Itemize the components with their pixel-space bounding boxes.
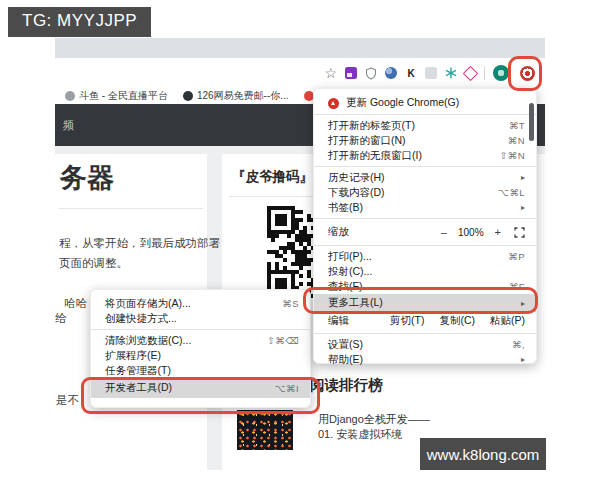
disabled-extension-icon[interactable] xyxy=(425,67,437,79)
browser-toolbar: ☆ K xyxy=(55,58,545,88)
menu-item-more-tools[interactable]: 更多工具(L) ▸ xyxy=(314,294,536,312)
menu-shortcut: ⌘, xyxy=(512,339,525,350)
menu-shortcut: ⌘S xyxy=(282,298,299,309)
screenshot-root: TG: MYYJJPP ☆ K 斗鱼 - 全民直播平台 xyxy=(0,0,600,480)
article-text-line: 程，从零开始，到最后成功部署 xyxy=(59,236,220,251)
menu-item-zoom: 缩放 – 100% + xyxy=(314,222,536,242)
menu-item-help[interactable]: 帮助(E) ▸ xyxy=(314,352,536,367)
menu-item-settings[interactable]: 设置(S) ⌘, xyxy=(314,337,536,352)
menu-separator xyxy=(314,114,536,115)
menu-item-label: 打印(P)... xyxy=(328,250,372,264)
menu-item-new-tab[interactable]: 打开新的标签页(T) ⌘T xyxy=(314,118,536,133)
menu-item-label: 打开新的无痕窗口(I) xyxy=(328,149,422,163)
article-heading-fragment: 务器 xyxy=(60,160,114,196)
toolbar-divider xyxy=(484,66,485,80)
chrome-menu: 更新 Google Chrome(G) 打开新的标签页(T) ⌘T 打开新的窗口… xyxy=(313,88,537,364)
menu-shortcut: ⇧⌘N xyxy=(499,150,525,161)
menu-item-label: 打开新的窗口(N) xyxy=(328,134,406,148)
bookmark-item-126mail[interactable]: 126网易免费邮--你... xyxy=(183,89,289,103)
snowflake-extension-icon[interactable] xyxy=(445,67,457,79)
submenu-item-extensions[interactable]: 扩展程序(E) xyxy=(91,348,310,363)
menu-item-bookmarks[interactable]: 书签(B) ▸ xyxy=(314,200,536,215)
menu-shortcut: ⌥⌘I xyxy=(275,383,299,394)
tab-strip xyxy=(55,38,545,58)
menu-item-label: 历史记录(H) xyxy=(328,171,385,185)
menu-item-update-chrome[interactable]: 更新 Google Chrome(G) xyxy=(314,95,536,111)
menu-item-label: 下载内容(D) xyxy=(328,186,385,200)
ranking-item-link[interactable]: 用Django全栈开发——01. 安装虚拟环境 xyxy=(318,412,436,442)
article-thumbnail[interactable] xyxy=(237,410,293,450)
diamond-extension-icon[interactable] xyxy=(463,65,479,81)
menu-item-edit: 编辑 剪切(T) 复制(C) 粘贴(P) xyxy=(314,312,536,330)
menu-item-print[interactable]: 打印(P)... ⌘P xyxy=(314,249,536,264)
article-text-fragment: 给 xyxy=(55,311,67,326)
douyu-favicon xyxy=(65,91,75,101)
menu-item-label: 书签(B) xyxy=(328,201,363,215)
menu-shortcut: ⌘T xyxy=(509,120,525,131)
submenu-arrow-icon: ▸ xyxy=(521,173,525,182)
menu-item-label: 设置(S) xyxy=(328,338,363,352)
site-watermark: www.k8long.com xyxy=(420,438,546,470)
tg-watermark: TG: MYYJJPP xyxy=(8,7,151,37)
more-tools-submenu: 将页面存储为(A)... ⌘S 创建快捷方式... 清除浏览数据(C)... ⇧… xyxy=(90,289,311,408)
menu-scrollbar[interactable] xyxy=(529,103,534,141)
menu-item-label: 任务管理器(T) xyxy=(105,364,171,378)
submenu-arrow-icon: ▸ xyxy=(521,203,525,212)
menu-item-label: 帮助(E) xyxy=(328,353,363,367)
menu-item-label: 开发者工具(D) xyxy=(105,381,172,395)
sidebar-panel-title: 『皮爷撸码』 xyxy=(232,168,313,186)
menu-item-label: 清除浏览数据(C)... xyxy=(105,334,191,348)
blue-circle-extension-icon[interactable] xyxy=(385,67,397,79)
zoom-level-value: 100% xyxy=(458,227,484,238)
submenu-arrow-icon: ▸ xyxy=(521,355,525,364)
menu-item-label: 投射(C)... xyxy=(328,265,372,279)
menu-item-label: 查找(F)... xyxy=(328,280,371,294)
menu-item-label: 缩放 xyxy=(328,225,349,239)
paste-button[interactable]: 粘贴(P) xyxy=(490,314,525,328)
update-available-icon xyxy=(520,66,535,81)
zoom-out-button[interactable]: – xyxy=(441,226,447,238)
menu-item-new-window[interactable]: 打开新的窗口(N) ⌘N xyxy=(314,133,536,148)
article-text-fragment: 是不 xyxy=(56,393,79,408)
menu-item-history[interactable]: 历史记录(H) ▸ xyxy=(314,170,536,185)
menu-item-label: 更多工具(L) xyxy=(328,296,383,310)
cut-button[interactable]: 剪切(T) xyxy=(390,314,424,328)
article-text-line: 页面的调整。 xyxy=(59,256,128,271)
fullscreen-button[interactable] xyxy=(514,227,525,238)
menu-item-find[interactable]: 查找(F)... ⌘F xyxy=(314,279,536,294)
dark-glyph-extension-icon[interactable]: K xyxy=(405,67,417,79)
purple-extension-icon[interactable] xyxy=(345,67,357,79)
menu-separator xyxy=(314,245,536,246)
menu-item-label: 创建快捷方式... xyxy=(105,312,177,326)
menu-separator xyxy=(314,333,536,334)
submenu-arrow-icon: ▸ xyxy=(521,299,525,308)
article-text-fragment: 哈哈 xyxy=(64,296,87,311)
heading-divider xyxy=(59,208,203,209)
submenu-item-developer-tools[interactable]: 开发者工具(D) ⌥⌘I xyxy=(91,378,310,398)
menu-item-label: 扩展程序(E) xyxy=(105,349,161,363)
menu-item-label: 编辑 xyxy=(328,314,349,328)
bookmark-label: 126网易免费邮--你... xyxy=(197,89,289,103)
profile-avatar[interactable] xyxy=(493,65,509,81)
shield-extension-icon[interactable] xyxy=(365,67,377,80)
menu-item-label: 更新 Google Chrome(G) xyxy=(346,96,459,110)
menu-item-cast[interactable]: 投射(C)... xyxy=(314,264,536,279)
reading-ranking-heading: 阅读排行榜 xyxy=(310,376,383,395)
menu-separator xyxy=(314,218,536,219)
site-nav-fragment[interactable]: 频 xyxy=(63,118,74,133)
menu-item-new-incognito-window[interactable]: 打开新的无痕窗口(I) ⇧⌘N xyxy=(314,148,536,163)
menu-item-label: 打开新的标签页(T) xyxy=(328,119,415,133)
zoom-in-button[interactable]: + xyxy=(495,226,501,238)
menu-shortcut: ⌘N xyxy=(508,135,525,146)
submenu-item-task-manager[interactable]: 任务管理器(T) xyxy=(91,363,310,378)
chrome-menu-button[interactable] xyxy=(517,63,538,84)
bookmark-label: 斗鱼 - 全民直播平台 xyxy=(79,89,168,103)
menu-shortcut: ⌘F xyxy=(509,281,525,292)
menu-item-downloads[interactable]: 下载内容(D) ⌥⌘L xyxy=(314,185,536,200)
submenu-item-create-shortcut[interactable]: 创建快捷方式... xyxy=(91,311,310,326)
submenu-item-clear-browsing-data[interactable]: 清除浏览数据(C)... ⇧⌘⌫ xyxy=(91,333,310,348)
bookmark-star-icon[interactable]: ☆ xyxy=(324,66,337,80)
bookmark-item-douyu[interactable]: 斗鱼 - 全民直播平台 xyxy=(65,89,168,103)
copy-button[interactable]: 复制(C) xyxy=(439,314,475,328)
submenu-item-save-page-as[interactable]: 将页面存储为(A)... ⌘S xyxy=(91,296,310,311)
